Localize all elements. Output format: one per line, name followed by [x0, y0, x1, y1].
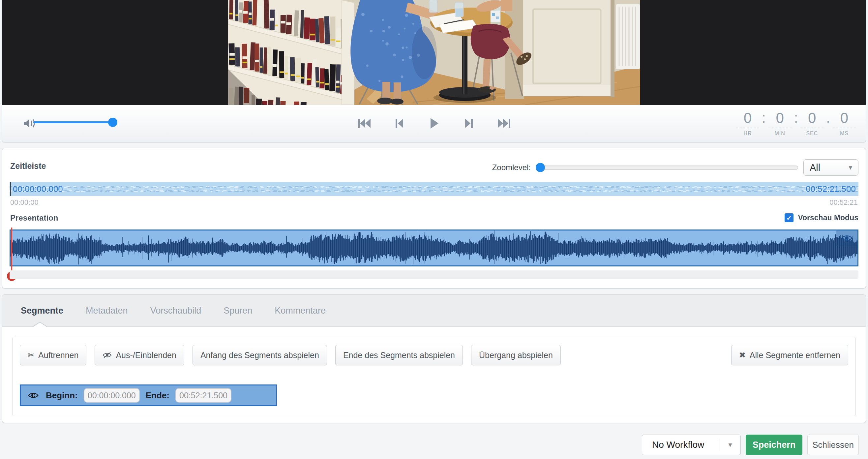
- check-icon: ✓: [786, 215, 792, 221]
- zoomlevel-label: Zoomlevel:: [492, 163, 531, 172]
- segment-visibility-overlay[interactable]: [836, 231, 858, 246]
- editor-tabs-panel: Segmente Metadaten Vorschaubild Spuren K…: [2, 295, 866, 423]
- toggle-segment-visibility-button[interactable]: Aus-/Einblenden: [95, 345, 184, 365]
- segment-begin-label: Beginn:: [46, 390, 78, 401]
- x-icon: ✖: [739, 350, 746, 360]
- play-segment-start-label: Anfang des Segments abspielen: [200, 350, 319, 360]
- volume-slider-track[interactable]: [33, 121, 113, 123]
- play-segment-start-button[interactable]: Anfang des Segments abspielen: [192, 345, 327, 365]
- preview-mode-checkbox[interactable]: ✓: [784, 213, 794, 222]
- remove-all-segments-label: Alle Segmente entfernen: [750, 350, 840, 360]
- player-controls-bar: 0 HR : 0 MIN : 0 SEC . 0 MS: [2, 105, 866, 142]
- segments-tab-content: ✂ Auftrennen Aus-/Einblenden Anfang des …: [12, 337, 856, 416]
- timeline-tick-end: 00:52:21: [830, 198, 858, 207]
- playback-controls: [357, 116, 512, 130]
- timeline-end-time: 00:52:21.500: [806, 182, 856, 196]
- skip-to-end-button[interactable]: [496, 116, 512, 130]
- zoomlevel-slider-track[interactable]: [536, 165, 798, 170]
- segment-toolbar: ✂ Auftrennen Aus-/Einblenden Anfang des …: [20, 345, 848, 365]
- video-player-panel: 0 HR : 0 MIN : 0 SEC . 0 MS: [2, 0, 866, 143]
- track-name-label: Presentation: [10, 213, 58, 222]
- time-seconds: 0: [800, 110, 824, 126]
- time-hours: 0: [736, 110, 759, 126]
- timeline-title: Zeitleiste: [10, 161, 46, 171]
- audio-waveform: [10, 231, 858, 266]
- workflow-caret-button[interactable]: ▾: [720, 440, 740, 449]
- close-button[interactable]: Schliessen: [807, 435, 859, 455]
- footer-actions: No Workflow ▾ Speichern Schliessen: [642, 435, 859, 455]
- timeline-playhead[interactable]: [10, 182, 11, 196]
- timeline-tick-start: 00:00:00: [10, 198, 38, 207]
- tab-bar: Segmente Metadaten Vorschaubild Spuren K…: [2, 295, 866, 327]
- zoom-range-select[interactable]: All ▾: [803, 159, 859, 176]
- current-time-display: 0 HR : 0 MIN : 0 SEC . 0 MS: [736, 110, 856, 136]
- waveform-scrollbar[interactable]: [9, 270, 859, 279]
- play-segment-end-button[interactable]: Ende des Segments abspielen: [335, 345, 463, 365]
- eye-icon: [841, 234, 852, 242]
- segment-list-item[interactable]: Beginn: Ende:: [20, 385, 277, 406]
- play-transition-button[interactable]: Übergang abspielen: [471, 345, 561, 365]
- video-frame: [2, 0, 866, 105]
- zoom-range-value: All: [810, 162, 848, 173]
- split-segment-label: Auftrennen: [38, 350, 79, 360]
- time-milliseconds: 0: [833, 110, 856, 126]
- workflow-select[interactable]: No Workflow ▾: [642, 435, 741, 455]
- skip-to-start-button[interactable]: [357, 116, 372, 130]
- time-hours-label: HR: [736, 128, 759, 136]
- tab-metadaten[interactable]: Metadaten: [74, 306, 139, 316]
- workflow-select-value: No Workflow: [642, 439, 720, 450]
- volume-slider-thumb[interactable]: [108, 118, 117, 127]
- time-milliseconds-label: MS: [833, 128, 856, 136]
- play-transition-label: Übergang abspielen: [479, 350, 553, 360]
- caret-down-icon: ▾: [728, 440, 732, 449]
- audio-waveform-track[interactable]: [9, 230, 859, 267]
- remove-all-segments-button[interactable]: ✖ Alle Segmente entfernen: [731, 345, 848, 365]
- timeline-panel: Zeitleiste Zoomlevel: All ▾ 00:00:00.000…: [2, 148, 866, 288]
- tab-kommentare[interactable]: Kommentare: [264, 306, 337, 316]
- time-separator: :: [759, 110, 769, 126]
- segment-eye-icon: [28, 391, 38, 399]
- zoomlevel-slider-thumb[interactable]: [536, 163, 545, 172]
- time-seconds-label: SEC: [800, 128, 824, 136]
- play-button[interactable]: [427, 116, 442, 130]
- volume-icon: [23, 117, 37, 129]
- time-separator: :: [792, 110, 801, 126]
- split-segment-button[interactable]: ✂ Auftrennen: [20, 345, 86, 365]
- close-button-label: Schliessen: [812, 440, 854, 450]
- time-minutes-label: MIN: [769, 128, 792, 136]
- eye-slash-icon: [102, 351, 112, 359]
- timeline-start-time: 00:00:00.000: [13, 182, 63, 196]
- chevron-down-icon: ▾: [848, 163, 852, 172]
- segment-begin-input[interactable]: [84, 388, 140, 403]
- toggle-visibility-label: Aus-/Einblenden: [116, 350, 176, 360]
- time-separator: .: [824, 110, 833, 126]
- tab-segmente[interactable]: Segmente: [9, 306, 74, 316]
- save-button[interactable]: Speichern: [746, 435, 802, 455]
- video-still-library-scene: [228, 0, 640, 105]
- door-panel: [523, 0, 612, 96]
- timeline-waveform-texture: [9, 182, 859, 196]
- next-frame-button[interactable]: [462, 116, 477, 130]
- preview-mode-label: Vorschau Modus: [798, 213, 859, 222]
- active-tab-notch: [33, 322, 47, 327]
- previous-frame-button[interactable]: [392, 116, 407, 130]
- scissors-icon: ✂: [28, 350, 34, 360]
- play-segment-end-label: Ende des Segments abspielen: [343, 350, 455, 360]
- waveform-playhead-line[interactable]: [11, 227, 12, 273]
- tab-spuren[interactable]: Spuren: [212, 306, 264, 316]
- segment-end-input[interactable]: [175, 388, 231, 403]
- tab-vorschaubild[interactable]: Vorschaubild: [139, 306, 213, 316]
- segment-end-label: Ende:: [146, 390, 169, 401]
- save-button-label: Speichern: [753, 440, 796, 450]
- timeline-overview-bar[interactable]: 00:00:00.000 00:52:21.500: [9, 182, 859, 196]
- time-minutes: 0: [769, 110, 792, 126]
